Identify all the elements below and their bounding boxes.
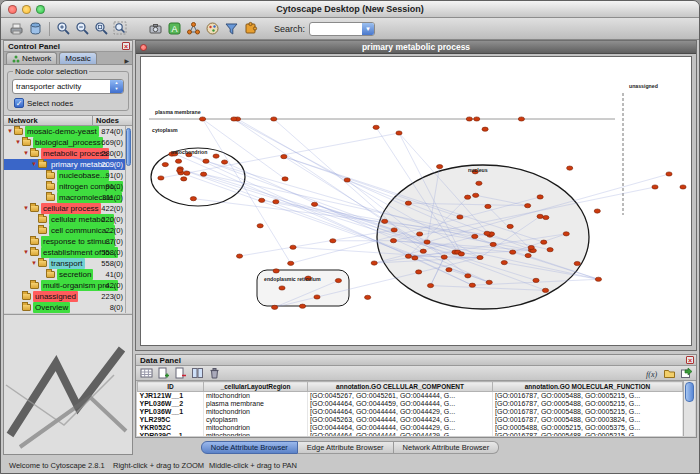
network-node[interactable] [458, 252, 464, 256]
network-node[interactable] [486, 280, 492, 284]
tab-scroll-right-icon[interactable]: ▶ [121, 57, 132, 64]
tree-row-primary-metabo[interactable]: ▼primary metabo...209(0) [4, 159, 125, 170]
tree-row-secretion[interactable]: secretion41(0) [4, 269, 125, 280]
network-node[interactable] [373, 125, 379, 129]
tree-row-cellular-process[interactable]: ▼cellular process422(0) [4, 203, 125, 214]
network-node[interactable] [257, 224, 263, 228]
network-node[interactable] [281, 155, 287, 159]
network-node[interactable] [541, 240, 547, 244]
network-node[interactable] [484, 231, 490, 235]
network-node[interactable] [391, 228, 397, 232]
import-icon[interactable] [679, 367, 693, 380]
network-node[interactable] [271, 117, 277, 121]
network-node[interactable] [457, 215, 463, 219]
search-dropdown-arrow-icon[interactable]: ▼ [362, 23, 374, 35]
network-node[interactable] [199, 117, 205, 121]
expand-arrow-icon[interactable]: ▼ [23, 148, 30, 159]
network-node[interactable] [382, 219, 388, 223]
tab-node-attribute-browser[interactable]: Node Attribute Browser [201, 441, 298, 454]
network-column-header[interactable]: Network [8, 116, 38, 126]
network-node[interactable] [563, 232, 569, 236]
table-row[interactable]: YJR121W__1mitochondrion[GO:0045267, GO:0… [138, 392, 683, 401]
dropdown-arrows-icon[interactable]: ▲▼ [110, 80, 123, 93]
network-node[interactable] [567, 166, 573, 170]
network-node[interactable] [335, 278, 341, 282]
tree-row-metabolic-process[interactable]: ▼metabolic process280(0) [4, 148, 125, 159]
column-header[interactable]: annotation.GO MOLECULAR_FUNCTION [493, 382, 683, 392]
expand-arrow-icon[interactable]: ▼ [31, 159, 38, 170]
zoom-window-button[interactable] [36, 5, 45, 14]
network-node[interactable] [472, 234, 478, 238]
vizmapper-icon[interactable] [203, 20, 221, 38]
network-node[interactable] [272, 305, 278, 309]
network-node[interactable] [177, 168, 183, 172]
tree-row-overview[interactable]: Overview8(0) [4, 302, 125, 313]
network-node[interactable] [405, 201, 411, 205]
tree-row-cell-communica[interactable]: cell communica...22(0) [4, 225, 125, 236]
zoom-in-icon[interactable] [54, 20, 72, 38]
network-node[interactable] [236, 254, 242, 258]
zoom-out-icon[interactable] [73, 20, 91, 38]
network-node[interactable] [474, 117, 480, 121]
network-node[interactable] [485, 204, 491, 208]
network-node[interactable] [476, 181, 482, 185]
network-node[interactable] [299, 304, 305, 308]
network-node[interactable] [533, 278, 539, 282]
network-node[interactable] [282, 177, 288, 181]
network-node[interactable] [547, 248, 553, 252]
new-attribute-icon[interactable] [156, 367, 170, 380]
tree-row-unassigned[interactable]: unassigned223(0) [4, 291, 125, 302]
network-node[interactable] [290, 245, 296, 249]
tree-row-cellular-metabo[interactable]: cellular metabo...220(0) [4, 214, 125, 225]
network-node[interactable] [417, 232, 423, 236]
network-node[interactable] [427, 283, 433, 287]
minimize-window-button[interactable] [22, 5, 31, 14]
network-node[interactable] [441, 255, 447, 259]
zoom-area-icon[interactable] [111, 20, 129, 38]
table-row[interactable]: YKR052Cmitochondrion[GO:0044464, GO:0044… [138, 424, 683, 432]
network-node[interactable] [259, 198, 265, 202]
select-nodes-checkbox[interactable]: ✓ [14, 98, 24, 108]
network-node[interactable] [344, 178, 350, 182]
network-node[interactable] [405, 254, 411, 258]
tree-row-nitrogen-compo[interactable]: nitrogen compo...91(0) [4, 181, 125, 192]
database-icon[interactable] [26, 20, 44, 38]
network-edge[interactable] [234, 119, 385, 221]
float-panel-icon[interactable]: × [122, 42, 130, 50]
network-node[interactable] [507, 224, 513, 228]
network-node[interactable] [501, 261, 507, 265]
expand-arrow-icon[interactable]: ▼ [23, 203, 30, 214]
search-input[interactable] [312, 23, 360, 35]
table-row[interactable]: YLR295Ccytoplasm[GO:0045263, GO:0044444,… [138, 416, 683, 424]
tab-network-attribute-browser[interactable]: Network Attribute Browser [394, 441, 500, 454]
tree-scrollbar-thumb[interactable] [126, 128, 131, 166]
expand-arrow-icon[interactable]: ▼ [7, 126, 14, 137]
network-edge[interactable] [203, 119, 291, 263]
network-node[interactable] [175, 159, 181, 163]
network-node[interactable] [473, 193, 479, 197]
tree-row-response-to-stimu[interactable]: response to stimu...87(0) [4, 236, 125, 247]
network-node[interactable] [652, 185, 658, 189]
network-node[interactable] [510, 250, 516, 254]
network-edge[interactable] [234, 119, 347, 180]
network-graph[interactable]: plasma membranecytoplasmmitochondrionnuc… [141, 57, 691, 345]
network-node[interactable] [396, 131, 402, 135]
network-node[interactable] [420, 249, 426, 253]
table-scrollbar[interactable] [683, 381, 695, 436]
expand-arrow-icon[interactable]: ▼ [23, 247, 30, 258]
column-header[interactable]: ID [138, 382, 204, 392]
expand-arrow-icon[interactable]: ▼ [15, 137, 22, 148]
network-node[interactable] [371, 261, 377, 265]
network-node[interactable] [518, 117, 524, 121]
network-node[interactable] [213, 154, 219, 158]
trash-icon[interactable] [207, 367, 221, 380]
network-node[interactable] [469, 283, 475, 287]
network-node[interactable] [314, 295, 320, 299]
table-scrollbar-thumb[interactable] [685, 382, 694, 402]
tree-scrollbar[interactable] [125, 126, 132, 313]
network-node[interactable] [525, 204, 531, 208]
table-row[interactable]: YPL036W__2plasma membrane[GO:0044464, GO… [138, 400, 683, 408]
network-node[interactable] [537, 214, 543, 218]
network-icon[interactable] [184, 20, 202, 38]
fx-icon[interactable]: f(x) [645, 367, 659, 380]
